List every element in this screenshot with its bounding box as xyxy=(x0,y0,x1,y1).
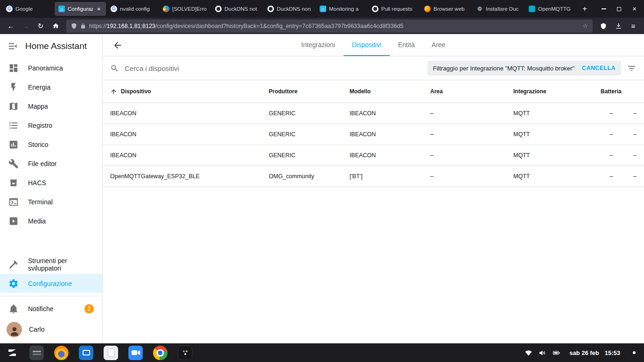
sidebar-item-label: Media xyxy=(28,217,46,225)
arrow-left-icon xyxy=(112,40,123,50)
cell-dispositivo: IBEACON xyxy=(110,131,269,138)
sidebar-item-hacs[interactable]: HACS xyxy=(0,173,102,192)
sidebar-item-panoramica[interactable]: Panoramica xyxy=(0,58,102,77)
sidebar-item-storico[interactable]: Storico xyxy=(0,135,102,154)
filter-button[interactable] xyxy=(627,63,637,73)
new-tab-button[interactable]: + xyxy=(578,2,591,15)
nav-reload-button[interactable]: ↻ xyxy=(34,20,48,33)
sidebar-item-user[interactable]: Carlo xyxy=(0,318,102,341)
sidebar-item-label: Registro xyxy=(28,122,52,129)
page-back-button[interactable] xyxy=(106,34,129,56)
browser-tab-google[interactable]: G Google xyxy=(2,2,54,16)
column-header-modello[interactable]: Modello xyxy=(350,88,430,95)
video-camera-icon xyxy=(130,347,141,358)
column-header-produttore[interactable]: Produttore xyxy=(269,88,350,95)
browser-tab[interactable]: DuckDNS non xyxy=(264,2,315,16)
tab-title: nvalid config xyxy=(120,6,154,12)
browser-tab[interactable]: [SOLVED]Erro xyxy=(159,2,210,16)
files-app-icon[interactable] xyxy=(29,346,44,360)
home-assistant-favicon: ⌂ xyxy=(58,6,65,12)
tab-title: Browser web xyxy=(434,6,468,12)
column-header-area[interactable]: Area xyxy=(430,88,513,95)
home-icon xyxy=(52,22,59,29)
app-menu-button[interactable]: ≡ xyxy=(626,20,640,33)
tab-integrazioni[interactable]: Integrazioni xyxy=(293,34,343,56)
cell-batteria: – xyxy=(610,152,613,159)
minimize-button[interactable] xyxy=(596,0,611,18)
config-header: Integrazioni Dispositivi Entità Aree xyxy=(103,34,644,56)
map-icon xyxy=(8,101,19,111)
sidebar-item-strumenti-sviluppatori[interactable]: Strumenti per sviluppatori xyxy=(0,255,102,274)
lock-icon[interactable] xyxy=(80,23,86,29)
url-host: 192.168.1.81:8123 xyxy=(107,23,155,29)
cell-modello: IBEACON xyxy=(350,152,430,159)
sidebar-item-configurazione[interactable]: Configurazione xyxy=(0,274,102,293)
url-path: /config/devices/dashboard?historyBack=1&… xyxy=(155,23,404,29)
device-row[interactable]: IBEACON GENERIC IBEACON – MQTT – – xyxy=(103,124,644,145)
wifi-icon[interactable] xyxy=(525,349,532,357)
sidebar-item-registro[interactable]: Registro xyxy=(0,116,102,135)
nav-home-button[interactable] xyxy=(49,20,63,33)
zoom-icon[interactable] xyxy=(128,346,143,360)
device-row[interactable]: IBEACON GENERIC IBEACON – MQTT – – xyxy=(103,103,644,124)
sidebar-item-mappa[interactable]: Mappa xyxy=(0,97,102,116)
app-icon[interactable] xyxy=(178,346,192,360)
cell-integrazione: MQTT xyxy=(513,110,601,117)
cell-produttore: OMG_community xyxy=(269,173,350,180)
device-row[interactable]: IBEACON GENERIC IBEACON – MQTT – – xyxy=(103,145,644,166)
downloads-button[interactable] xyxy=(611,20,625,33)
browser-tab-active-configurazione[interactable]: ⌂ Configuraz ✕ xyxy=(55,2,106,16)
sidebar-item-media[interactable]: Media xyxy=(0,211,102,230)
system-tray: sab 26 feb 15:53 xyxy=(525,349,639,357)
bookmark-star-icon[interactable]: ☆ xyxy=(582,22,588,29)
extension-shield-button[interactable] xyxy=(596,20,610,33)
software-store-icon[interactable] xyxy=(79,346,93,360)
tab-entita[interactable]: Entità xyxy=(390,34,423,56)
tab-dispositivi[interactable]: Dispositivi xyxy=(343,34,390,56)
tracking-protection-shield-icon[interactable] xyxy=(71,23,77,29)
openmqttgateway-favicon xyxy=(529,6,535,12)
zorin-logo-icon xyxy=(7,347,18,358)
chrome-icon[interactable] xyxy=(153,346,168,360)
browser-tab[interactable]: OpenMQTTG xyxy=(525,2,576,16)
cell-integrazione: MQTT xyxy=(513,173,601,180)
column-header-integrazione[interactable]: Integrazione xyxy=(513,88,601,95)
tab-title: Google xyxy=(15,6,50,12)
browser-tab[interactable]: ⚙ Installare Duc xyxy=(473,2,524,16)
user-name: Carlo xyxy=(29,326,44,333)
sidebar-item-energia[interactable]: Energia xyxy=(0,77,102,97)
firefox-icon[interactable] xyxy=(54,346,69,360)
column-header-batteria[interactable]: Batteria xyxy=(601,88,622,95)
browser-tab[interactable]: Browser web xyxy=(420,2,472,16)
tab-aree[interactable]: Aree xyxy=(423,34,454,56)
browser-tab[interactable]: DuckDNS not xyxy=(211,2,263,16)
page-icon xyxy=(108,348,114,357)
notification-badge: 2 xyxy=(84,304,94,313)
browser-tab[interactable]: ⌂ Monitoring a xyxy=(316,2,367,16)
sidebar-item-terminal[interactable]: Terminal xyxy=(0,192,102,211)
maximize-button[interactable] xyxy=(611,0,627,18)
cell-area: – xyxy=(430,173,513,180)
sidebar-menu-toggle[interactable] xyxy=(7,41,18,51)
device-row[interactable]: OpenMQTTGateway_ESP32_BLE OMG_community … xyxy=(103,166,644,187)
column-header-dispositivo[interactable]: Dispositivo xyxy=(110,88,269,95)
volume-icon[interactable] xyxy=(539,349,546,357)
browser-tab[interactable]: G nvalid config xyxy=(107,2,158,16)
nav-forward-button[interactable]: → xyxy=(19,20,33,33)
browser-tab[interactable]: Pull requests xyxy=(368,2,420,16)
active-filter-chip: Filtraggio per Integrazione "MQTT: Mosqu… xyxy=(427,61,621,76)
tab-title: Pull requests xyxy=(381,6,416,12)
close-window-button[interactable]: ✕ xyxy=(627,0,642,18)
tab-close-icon[interactable]: ✕ xyxy=(96,6,102,13)
clear-filter-button[interactable]: CANCELLA xyxy=(582,65,616,71)
battery-icon[interactable] xyxy=(553,349,560,357)
sidebar-item-file-editor[interactable]: File editor xyxy=(0,154,102,173)
url-bar[interactable]: https://192.168.1.81:8123/config/devices… xyxy=(66,20,593,33)
documents-icon[interactable] xyxy=(104,346,118,360)
search-input[interactable] xyxy=(125,64,422,72)
clock[interactable]: sab 26 feb 15:53 xyxy=(569,349,620,356)
search-icon xyxy=(110,64,119,73)
nav-back-button[interactable]: ← xyxy=(4,20,18,33)
zorin-menu-icon[interactable] xyxy=(5,346,19,360)
sidebar-item-notifiche[interactable]: Notifiche 2 xyxy=(0,299,102,318)
